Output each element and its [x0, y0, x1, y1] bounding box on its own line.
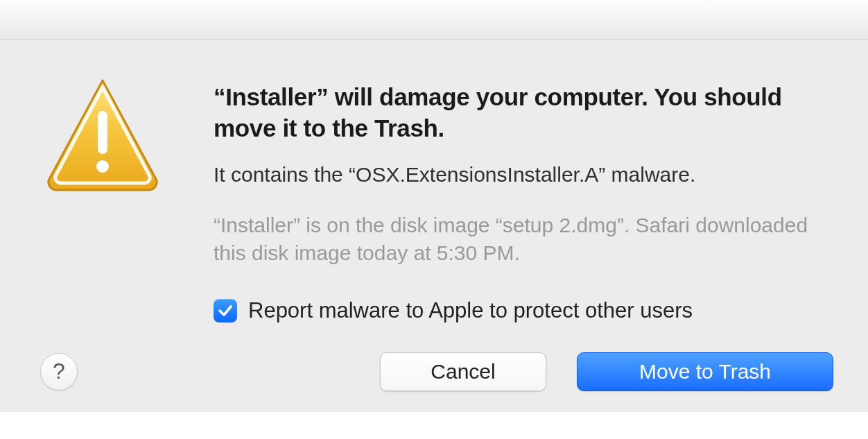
dialog-footer: ? Cancel Move to Trash	[40, 352, 833, 391]
report-malware-row: Report malware to Apple to protect other…	[214, 298, 833, 323]
dialog-text-block: “Installer” will damage your computer. Y…	[214, 75, 833, 323]
dialog-subtitle: It contains the “OSX.ExtensionsInstaller…	[214, 161, 833, 188]
cancel-button[interactable]: Cancel	[380, 352, 546, 391]
report-malware-label: Report malware to Apple to protect other…	[248, 298, 693, 323]
gatekeeper-dialog: “Installer” will damage your computer. Y…	[0, 40, 868, 412]
dialog-body: “Installer” will damage your computer. Y…	[40, 75, 833, 323]
warning-icon	[40, 71, 165, 196]
dialog-title: “Installer” will damage your computer. Y…	[214, 82, 833, 144]
help-button[interactable]: ?	[40, 353, 78, 390]
button-group: Cancel Move to Trash	[380, 352, 833, 391]
window-titlebar	[0, 0, 868, 40]
svg-rect-0	[98, 111, 107, 154]
help-icon: ?	[53, 359, 65, 384]
move-to-trash-button[interactable]: Move to Trash	[577, 352, 833, 391]
report-malware-checkbox[interactable]	[214, 299, 237, 322]
dialog-detail: “Installer” is on the disk image “setup …	[214, 212, 833, 268]
svg-point-1	[96, 160, 109, 173]
